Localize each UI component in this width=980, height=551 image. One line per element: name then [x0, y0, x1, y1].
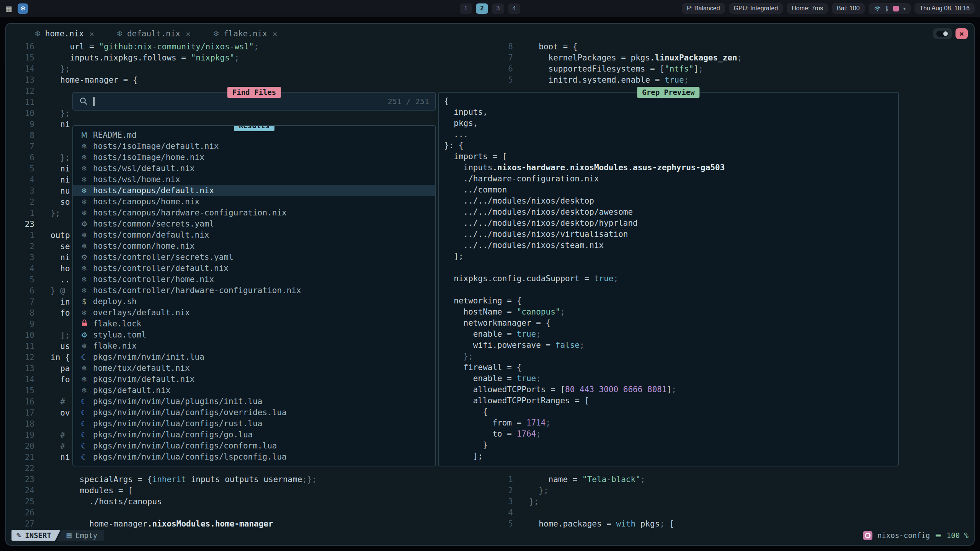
code-line[interactable]: 7 kernelPackages = pkgs.linuxPackages_ze…: [492, 52, 974, 64]
result-row[interactable]: ❄ hosts/isoImage/home.nix: [73, 152, 435, 163]
apps-grid-icon[interactable]: ▦: [5, 4, 12, 13]
result-row[interactable]: ❄ pkgs/default.nix: [73, 385, 435, 396]
preview-line-text: inputs.nixos-hardware.nixosModules.asus-…: [439, 162, 725, 173]
result-row[interactable]: ❄ hosts/canopus/home.nix: [73, 196, 435, 207]
preview-line: ];: [439, 451, 896, 462]
result-row[interactable]: ❄ hosts/canopus/default.nix: [73, 185, 435, 196]
result-row[interactable]: ❄ hosts/controller/default.nix: [73, 262, 435, 274]
result-row[interactable]: ⚙ stylua.toml: [73, 329, 435, 340]
line-number: 11: [6, 97, 43, 108]
line-number: 27: [6, 518, 43, 530]
code-line[interactable]: 5 home.packages = with pkgs; [: [492, 518, 974, 530]
result-row[interactable]: ❄ hosts/common/default.nix: [73, 229, 435, 240]
result-row[interactable]: ❄ home/tux/default.nix: [73, 362, 435, 373]
line-number: 13: [6, 363, 43, 374]
code-line[interactable]: 2 };: [492, 485, 974, 496]
result-row[interactable]: ☾ pkgs/nvim/nvim/lua/plugins/init.lua: [73, 396, 435, 407]
search-box[interactable]: Find Files 251 / 251: [72, 92, 436, 111]
result-row[interactable]: ❄ hosts/controller/hardware-configuratio…: [73, 285, 435, 296]
workspace-button[interactable]: 3: [492, 3, 504, 14]
code-text: [43, 86, 51, 97]
file-type-icon: ❄: [79, 197, 89, 206]
result-row[interactable]: ❄ hosts/wsl/home.nix: [73, 174, 435, 185]
result-row[interactable]: ❄ flake.nix: [73, 340, 435, 351]
result-row[interactable]: ☾ pkgs/nvim/nvim/lua/configs/go.lua: [73, 429, 435, 440]
bar-module: GPU: Integrated: [729, 3, 783, 14]
nix-file-icon: ❄: [34, 29, 41, 38]
preview-line: ../../modules/nixos/steam.nix: [439, 240, 896, 251]
tab-close-icon[interactable]: ×: [186, 29, 191, 39]
preview-line-text: allowedTCPPorts = [80 443 3000 6666 8081…: [439, 384, 676, 395]
editor-tab[interactable]: ❄ home.nix ×: [34, 29, 94, 39]
editor-tab[interactable]: ❄ default.nix ×: [116, 29, 191, 39]
result-row[interactable]: ❄ hosts/canopus/hardware-configuration.n…: [73, 207, 435, 218]
code-text: ho: [43, 263, 70, 274]
system-tray[interactable]: ᛒ ▾: [869, 3, 911, 14]
preview-line: ../../modules/nixos/desktop: [439, 196, 896, 207]
workspace-button[interactable]: 4: [508, 3, 520, 14]
line-number: 5: [492, 75, 521, 86]
result-row[interactable]: ❄ hosts/isoImage/default.nix: [73, 140, 435, 152]
code-line[interactable]: 14 };: [6, 64, 489, 75]
line-number: 3: [6, 186, 43, 197]
code-line[interactable]: 23 specialArgs = {inherit inputs outputs…: [6, 474, 489, 485]
pencil-icon: ✎: [16, 531, 21, 539]
window-close-button[interactable]: ×: [956, 28, 968, 39]
line-number: 14: [6, 374, 43, 385]
code-text: [43, 130, 51, 141]
code-text: in {: [43, 352, 70, 363]
preview-line-text: networkmanager = {: [439, 318, 550, 329]
result-row[interactable]: ☾ pkgs/nvim/nvim/lua/configs/conform.lua: [73, 440, 435, 451]
code-line[interactable]: 27 home-manager.nixosModules.home-manage…: [6, 518, 489, 530]
editor-tab[interactable]: ❄ flake.nix ×: [213, 29, 278, 39]
result-row[interactable]: flake.lock: [73, 318, 435, 329]
file-name: deploy.sh: [93, 297, 137, 306]
code-line[interactable]: 26: [6, 507, 489, 518]
tab-close-icon[interactable]: ×: [273, 29, 278, 39]
result-row[interactable]: ☾ pkgs/nvim/nvim/lua/configs/lspconfig.l…: [73, 451, 435, 462]
result-row[interactable]: ☾ pkgs/nvim/nvim/init.lua: [73, 351, 435, 362]
result-row[interactable]: ❄ hosts/wsl/default.nix: [73, 163, 435, 174]
workspace-button[interactable]: 1: [460, 3, 472, 14]
code-text: pa: [43, 363, 70, 374]
result-row[interactable]: ❄ hosts/common/home.nix: [73, 240, 435, 251]
result-row[interactable]: ☾ pkgs/nvim/nvim/lua/configs/overrides.l…: [73, 407, 435, 418]
code-line[interactable]: 24 modules = [: [6, 485, 489, 496]
preview-line: inputs,: [439, 107, 896, 118]
code-line[interactable]: 6 supportedFilesystems = ["ntfs"];: [492, 64, 974, 75]
result-row[interactable]: ❄ overlays/default.nix: [73, 307, 435, 318]
code-line[interactable]: 13 home-manager = {: [6, 75, 489, 86]
result-row[interactable]: ⚙ hosts/common/secrets.yaml: [73, 218, 435, 229]
line-number: 14: [6, 64, 43, 75]
code-text: ov: [43, 408, 70, 419]
line-number: 8: [6, 130, 43, 141]
code-line[interactable]: 1 name = "Tela-black";: [492, 474, 974, 485]
result-row[interactable]: ☾ pkgs/nvim/nvim/lua/configs/rust.lua: [73, 418, 435, 429]
line-number: 21: [6, 452, 43, 463]
code-line[interactable]: 5 initrd.systemd.enable = true;: [492, 75, 974, 86]
result-row[interactable]: ⚙ hosts/controller/secrets.yaml: [73, 251, 435, 262]
preview-line: hostName = "canopus";: [439, 306, 896, 318]
line-number: 23: [6, 219, 43, 230]
result-row[interactable]: ❄ pkgs/nvim/default.nix: [73, 373, 435, 385]
pin-toggle[interactable]: [933, 28, 952, 39]
distro-logo-icon[interactable]: ❄: [18, 3, 28, 14]
result-row[interactable]: $ deploy.sh: [73, 296, 435, 307]
nix-file-icon: ❄: [213, 29, 219, 38]
code-line[interactable]: 16 url = "github:nix-community/nixos-wsl…: [6, 41, 489, 52]
code-line[interactable]: 4: [492, 507, 974, 518]
workspace-button[interactable]: 2: [476, 3, 488, 14]
code-text: };: [43, 108, 70, 119]
tab-close-icon[interactable]: ×: [89, 29, 94, 39]
preview-line-text: [439, 262, 444, 273]
code-line[interactable]: 8 boot = {: [492, 41, 974, 52]
line-number: 16: [6, 41, 43, 52]
code-line[interactable]: 3 };: [492, 496, 974, 507]
code-line[interactable]: 15 inputs.nixpkgs.follows = "nixpkgs";: [6, 52, 489, 64]
code-text: url = "github:nix-community/nixos-wsl";: [43, 41, 259, 52]
code-line[interactable]: 25 ./hosts/canopus: [6, 496, 489, 507]
result-row[interactable]: ❄ hosts/controller/home.nix: [73, 274, 435, 285]
line-number: 15: [6, 52, 43, 64]
code-text: ..: [43, 274, 70, 285]
preview-line: }: [439, 440, 896, 451]
